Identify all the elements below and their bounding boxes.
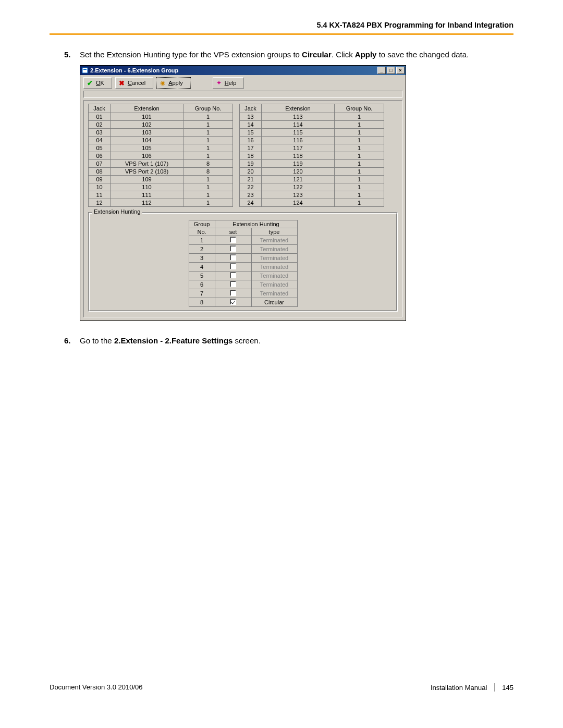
checkbox[interactable] xyxy=(230,237,236,243)
table-row[interactable]: 241241 xyxy=(240,199,384,207)
cell-group[interactable]: 1 xyxy=(335,113,384,121)
cell-extension[interactable]: 117 xyxy=(262,144,335,152)
cell-extension[interactable]: 121 xyxy=(262,176,335,183)
cell-type[interactable]: Terminated xyxy=(251,272,297,280)
cell-extension[interactable]: 110 xyxy=(111,183,183,191)
maximize-button[interactable]: □ xyxy=(387,67,395,74)
table-row[interactable]: 221221 xyxy=(240,183,384,191)
cell-extension[interactable]: 120 xyxy=(262,168,335,176)
table-row[interactable]: 201201 xyxy=(240,168,384,176)
cell-extension[interactable]: 101 xyxy=(111,113,183,121)
table-row[interactable]: 031031 xyxy=(89,129,233,137)
cell-extension[interactable]: 119 xyxy=(262,160,335,168)
cell-group[interactable]: 1 xyxy=(183,183,233,191)
cell-type[interactable]: Terminated xyxy=(251,263,297,272)
table-row[interactable]: 161161 xyxy=(240,137,384,144)
ok-button[interactable]: ✔ OK xyxy=(83,77,112,89)
table-row[interactable]: 091091 xyxy=(89,176,233,183)
checkbox[interactable] xyxy=(230,272,236,278)
cell-extension[interactable]: 104 xyxy=(111,137,183,144)
cell-extension[interactable]: 122 xyxy=(262,183,335,191)
cell-type[interactable]: Terminated xyxy=(251,254,297,263)
checkbox[interactable] xyxy=(230,263,236,269)
table-row[interactable]: 7Terminated xyxy=(189,289,297,298)
cell-group[interactable]: 1 xyxy=(335,137,384,144)
table-row[interactable]: 171171 xyxy=(240,144,384,152)
cell-group[interactable]: 1 xyxy=(335,152,384,160)
table-row[interactable]: 2Terminated xyxy=(189,245,297,254)
table-row[interactable]: 3Terminated xyxy=(189,254,297,263)
table-row[interactable]: 021021 xyxy=(89,121,233,129)
cell-extension[interactable]: 103 xyxy=(111,129,183,137)
cell-type[interactable]: Terminated xyxy=(251,236,297,245)
cell-group[interactable]: 1 xyxy=(183,152,233,160)
cell-set[interactable] xyxy=(215,236,251,245)
table-row[interactable]: 111111 xyxy=(89,191,233,199)
cell-type[interactable]: Circular xyxy=(251,298,297,307)
table-row[interactable]: 5Terminated xyxy=(189,272,297,280)
cancel-button[interactable]: ✖ Cancel xyxy=(115,77,153,89)
extension-table-left[interactable]: Jack Extension Group No. 011011021021031… xyxy=(88,104,233,207)
cell-extension[interactable]: 124 xyxy=(262,199,335,207)
cell-set[interactable] xyxy=(215,289,251,298)
table-row[interactable]: 8Circular xyxy=(189,298,297,307)
cell-group[interactable]: 1 xyxy=(183,199,233,207)
cell-extension[interactable]: VPS Port 1 (107) xyxy=(111,160,183,168)
table-row[interactable]: 041041 xyxy=(89,137,233,144)
checkbox[interactable] xyxy=(230,299,236,305)
table-row[interactable]: 4Terminated xyxy=(189,263,297,272)
cell-extension[interactable]: 102 xyxy=(111,121,183,129)
cell-extension[interactable]: 109 xyxy=(111,176,183,183)
cell-set[interactable] xyxy=(215,254,251,263)
cell-extension[interactable]: 105 xyxy=(111,144,183,152)
cell-group[interactable]: 1 xyxy=(335,183,384,191)
cell-type[interactable]: Terminated xyxy=(251,289,297,298)
cell-extension[interactable]: VPS Port 2 (108) xyxy=(111,168,183,176)
table-row[interactable]: 061061 xyxy=(89,152,233,160)
cell-group[interactable]: 1 xyxy=(335,160,384,168)
cell-group[interactable]: 1 xyxy=(335,176,384,183)
cell-group[interactable]: 1 xyxy=(183,191,233,199)
cell-group[interactable]: 1 xyxy=(335,144,384,152)
extension-table-right[interactable]: Jack Extension Group No. 131131141141151… xyxy=(239,104,384,207)
table-row[interactable]: 191191 xyxy=(240,160,384,168)
cell-type[interactable]: Terminated xyxy=(251,280,297,289)
cell-extension[interactable]: 106 xyxy=(111,152,183,160)
cell-group[interactable]: 1 xyxy=(183,176,233,183)
cell-extension[interactable]: 123 xyxy=(262,191,335,199)
table-row[interactable]: 6Terminated xyxy=(189,280,297,289)
cell-group[interactable]: 1 xyxy=(335,129,384,137)
hunting-table[interactable]: Group Extension Hunting No. set type 1Te… xyxy=(189,220,298,307)
cell-set[interactable] xyxy=(215,280,251,289)
cell-extension[interactable]: 111 xyxy=(111,191,183,199)
cell-group[interactable]: 1 xyxy=(335,121,384,129)
cell-set[interactable] xyxy=(215,298,251,307)
checkbox[interactable] xyxy=(230,245,236,252)
cell-group[interactable]: 8 xyxy=(183,168,233,176)
cell-extension[interactable]: 118 xyxy=(262,152,335,160)
cell-group[interactable]: 8 xyxy=(183,160,233,168)
cell-group[interactable]: 1 xyxy=(183,137,233,144)
cell-set[interactable] xyxy=(215,272,251,280)
table-row[interactable]: 07VPS Port 1 (107)8 xyxy=(89,160,233,168)
checkbox[interactable] xyxy=(230,254,236,261)
table-row[interactable]: 151151 xyxy=(240,129,384,137)
table-row[interactable]: 211211 xyxy=(240,176,384,183)
cell-group[interactable]: 1 xyxy=(335,168,384,176)
cell-set[interactable] xyxy=(215,263,251,272)
cell-set[interactable] xyxy=(215,245,251,254)
cell-group[interactable]: 1 xyxy=(335,199,384,207)
cell-extension[interactable]: 115 xyxy=(262,129,335,137)
table-row[interactable]: 051051 xyxy=(89,144,233,152)
table-row[interactable]: 011011 xyxy=(89,113,233,121)
cell-type[interactable]: Terminated xyxy=(251,245,297,254)
cell-group[interactable]: 1 xyxy=(335,191,384,199)
cell-group[interactable]: 1 xyxy=(183,144,233,152)
cell-extension[interactable]: 112 xyxy=(111,199,183,207)
table-row[interactable]: 1Terminated xyxy=(189,236,297,245)
table-row[interactable]: 181181 xyxy=(240,152,384,160)
cell-extension[interactable]: 113 xyxy=(262,113,335,121)
cell-extension[interactable]: 114 xyxy=(262,121,335,129)
checkbox[interactable] xyxy=(230,281,236,287)
cell-group[interactable]: 1 xyxy=(183,121,233,129)
